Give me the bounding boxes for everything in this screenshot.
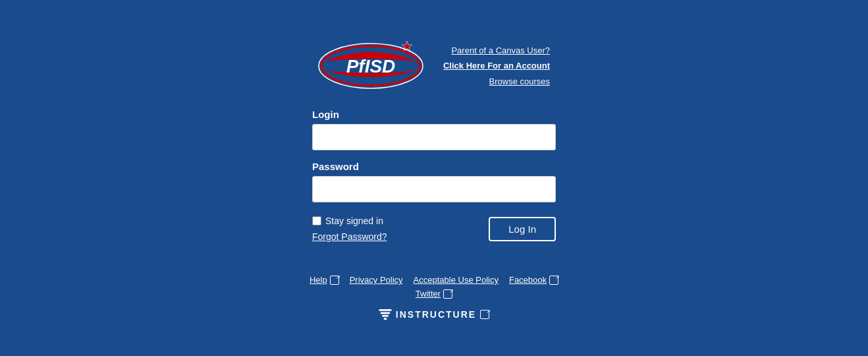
- instructure-external-icon: [480, 310, 489, 319]
- login-input[interactable]: [312, 124, 556, 150]
- logo-container: PfISD ★ ★: [318, 36, 423, 89]
- instructure-icon: [379, 309, 392, 320]
- stay-signed-in-label: Stay signed in: [312, 216, 387, 226]
- header-section: PfISD ★ ★ Parent of a Canvas User? Click…: [318, 36, 550, 89]
- footer-row-1: Help Privacy Policy Acceptable Use Polic…: [310, 275, 558, 285]
- svg-rect-6: [379, 309, 391, 311]
- help-link[interactable]: Help: [310, 275, 339, 285]
- facebook-external-icon: [549, 276, 558, 285]
- twitter-link[interactable]: Twitter: [416, 289, 452, 299]
- pfisd-logo: PfISD ★ ★: [318, 36, 423, 89]
- svg-rect-7: [381, 312, 390, 314]
- facebook-link[interactable]: Facebook: [509, 275, 558, 285]
- footer-links: Help Privacy Policy Acceptable Use Polic…: [310, 275, 558, 320]
- header-links: Parent of a Canvas User? Click Here For …: [443, 36, 550, 89]
- login-form: Login Password Stay signed in Forgot Pas…: [312, 109, 556, 242]
- password-input[interactable]: [312, 176, 556, 202]
- left-options: Stay signed in Forgot Password?: [312, 216, 387, 242]
- form-options-row: Stay signed in Forgot Password? Log In: [312, 216, 556, 242]
- stay-signed-in-checkbox[interactable]: [312, 216, 321, 225]
- twitter-external-icon: [443, 289, 452, 299]
- svg-text:PfISD: PfISD: [346, 56, 396, 76]
- browse-courses-link[interactable]: Browse courses: [489, 74, 550, 89]
- footer-row-2: Twitter: [416, 289, 452, 299]
- instructure-logo: INSTRUCTURE: [379, 309, 476, 320]
- instructure-brand: INSTRUCTURE: [379, 309, 489, 320]
- forgot-password-link[interactable]: Forgot Password?: [312, 231, 387, 242]
- privacy-policy-link[interactable]: Privacy Policy: [350, 275, 403, 285]
- password-label: Password: [312, 161, 556, 172]
- parent-canvas-link[interactable]: Parent of a Canvas User?: [451, 43, 550, 58]
- main-container: PfISD ★ ★ Parent of a Canvas User? Click…: [0, 36, 868, 320]
- login-label: Login: [312, 109, 556, 120]
- svg-rect-9: [383, 318, 387, 320]
- svg-rect-8: [382, 315, 389, 317]
- create-account-link[interactable]: Click Here For an Account: [443, 58, 550, 73]
- login-button[interactable]: Log In: [489, 217, 556, 241]
- acceptable-use-link[interactable]: Acceptable Use Policy: [414, 275, 499, 285]
- instructure-label: INSTRUCTURE: [396, 309, 476, 320]
- help-external-icon: [330, 276, 339, 285]
